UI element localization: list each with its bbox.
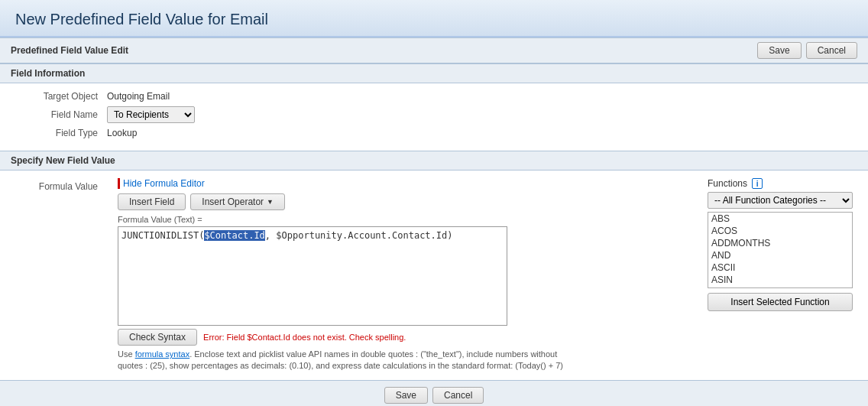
field-type-row: Field Type Lookup	[15, 128, 853, 138]
formula-editor-area: Hide Formula Editor Insert Field Insert …	[118, 178, 697, 372]
bottom-bar: Save Cancel	[0, 380, 868, 406]
list-item[interactable]: AND	[708, 249, 852, 261]
bottom-save-button[interactable]: Save	[384, 387, 428, 404]
formula-syntax-link[interactable]: formula syntax	[135, 349, 190, 359]
field-info-section: Target Object Outgoing Email Field Name …	[0, 83, 868, 151]
insert-selected-function-button[interactable]: Insert Selected Function	[708, 293, 853, 311]
formula-prefix: JUNCTIONIDLIST($Contact.Id, $Opportunity…	[121, 230, 453, 241]
insert-operator-label: Insert Operator	[202, 197, 264, 207]
save-button[interactable]: Save	[757, 42, 801, 59]
list-item[interactable]: ABS	[708, 213, 852, 225]
list-item[interactable]: ACOS	[708, 225, 852, 237]
error-message: Error: Field $Contact.Id does not exist.…	[203, 333, 406, 342]
help-text: Use formula syntax. Enclose text and pic…	[118, 349, 576, 372]
chevron-down-icon: ▼	[267, 198, 274, 206]
functions-text: Functions	[708, 178, 747, 189]
check-syntax-button[interactable]: Check Syntax	[118, 329, 197, 346]
formula-row: Formula Value Hide Formula Editor Insert…	[15, 178, 853, 372]
formula-text-label: Formula Value (Text) =	[118, 215, 697, 224]
target-object-value: Outgoing Email	[107, 91, 170, 102]
field-info-label: Field Information	[11, 68, 85, 79]
field-type-label: Field Type	[15, 128, 107, 138]
functions-category-select[interactable]: -- All Function Categories -- Date and T…	[708, 192, 853, 209]
field-name-select[interactable]: To Recipients CC Recipients BCC Recipien…	[107, 106, 195, 123]
list-item[interactable]: ADDMONTHS	[708, 237, 852, 249]
specify-section-bar: Specify New Field Value	[0, 151, 868, 171]
insert-operator-button[interactable]: Insert Operator ▼	[190, 193, 285, 210]
formula-value-label: Formula Value	[15, 178, 107, 192]
list-item[interactable]: ASCII	[708, 261, 852, 274]
header-actions: Save Cancel	[757, 42, 857, 59]
field-info-section-bar: Field Information	[0, 63, 868, 83]
page-header: New Predefined Field Value for Email	[0, 0, 868, 37]
formula-highlight: $Contact.Id	[204, 230, 264, 241]
field-type-value: Lookup	[107, 128, 137, 138]
main-content: Predefined Field Value Edit Save Cancel …	[0, 37, 868, 406]
specify-label: Specify New Field Value	[11, 155, 115, 166]
target-object-label: Target Object	[15, 91, 107, 102]
specify-section: Formula Value Hide Formula Editor Insert…	[0, 171, 868, 380]
page-title: New Predefined Field Value for Email	[15, 11, 853, 28]
list-item[interactable]: ASIN	[708, 274, 852, 286]
predefined-field-value-edit-bar: Predefined Field Value Edit Save Cancel	[0, 37, 868, 63]
insert-field-button[interactable]: Insert Field	[118, 193, 186, 210]
field-name-label: Field Name	[15, 109, 107, 120]
bottom-cancel-button[interactable]: Cancel	[432, 387, 484, 404]
cancel-button[interactable]: Cancel	[806, 42, 857, 59]
predefined-edit-label: Predefined Field Value Edit	[11, 45, 128, 56]
info-icon[interactable]: i	[752, 178, 763, 189]
target-object-row: Target Object Outgoing Email	[15, 91, 853, 102]
insert-buttons: Insert Field Insert Operator ▼	[118, 193, 697, 210]
field-name-row: Field Name To Recipients CC Recipients B…	[15, 106, 853, 123]
check-row: Check Syntax Error: Field $Contact.Id do…	[118, 329, 697, 346]
functions-panel: Functions i -- All Function Categories -…	[708, 178, 853, 311]
formula-display[interactable]: JUNCTIONIDLIST($Contact.Id, $Opportunity…	[118, 226, 507, 326]
functions-list[interactable]: ABS ACOS ADDMONTHS AND ASCII ASIN	[708, 212, 853, 288]
hide-formula-editor-link[interactable]: Hide Formula Editor	[118, 178, 205, 189]
functions-label: Functions i	[708, 178, 853, 189]
